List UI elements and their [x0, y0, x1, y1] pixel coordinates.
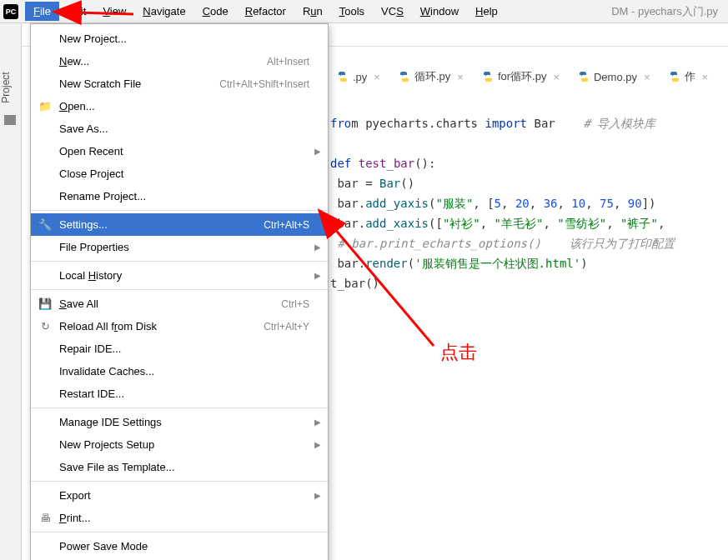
menu-item-close-project[interactable]: Close Project — [31, 162, 328, 185]
menu-item-label: Open Recent — [59, 145, 309, 158]
menu-item-local-history[interactable]: Local History▶ — [31, 264, 328, 287]
close-icon[interactable]: × — [553, 71, 560, 83]
tab-label: for循环.py — [498, 69, 547, 84]
tab-label: .py — [353, 71, 367, 83]
tab-label: 循环.py — [414, 69, 450, 84]
menu-item-label: Rename Project... — [59, 190, 309, 202]
editor-tab[interactable]: .py× — [330, 67, 387, 88]
menu-item-label: Restart IDE... — [59, 388, 309, 400]
close-icon[interactable]: × — [702, 71, 709, 83]
close-icon[interactable]: × — [644, 71, 650, 83]
menu-separator — [31, 210, 328, 211]
menu-item-label: Power Save Mode — [59, 540, 309, 552]
python-file-icon — [482, 71, 494, 82]
wrench-icon: 🔧 — [38, 218, 52, 231]
python-file-icon — [669, 71, 680, 82]
menu-item-restart-ide[interactable]: Restart IDE... — [31, 382, 328, 405]
menu-item-shortcut: Ctrl+Alt+Shift+Insert — [219, 78, 309, 90]
chevron-right-icon: ▶ — [314, 418, 321, 427]
menu-item-new-scratch-file[interactable]: New Scratch FileCtrl+Alt+Shift+Insert — [31, 72, 328, 95]
menu-item-label: Invalidate Caches... — [59, 365, 309, 378]
menu-item-rename-project[interactable]: Rename Project... — [31, 185, 328, 208]
menu-item-new[interactable]: New...Alt+Insert — [31, 50, 328, 72]
menu-item-save-file-as-template[interactable]: Save File as Template... — [31, 456, 328, 478]
menu-item-open[interactable]: 📁Open... — [31, 95, 328, 118]
python-file-icon — [399, 71, 410, 82]
menu-item-label: Save File as Template... — [59, 461, 309, 473]
menu-item-power-save-mode[interactable]: Power Save Mode — [31, 535, 328, 558]
python-file-icon — [578, 71, 590, 82]
menu-item-save-all[interactable]: 💾Save AllCtrl+S — [31, 292, 328, 315]
menu-tools[interactable]: Tools — [331, 2, 373, 21]
chevron-right-icon: ▶ — [314, 440, 321, 449]
menu-item-label: Settings... — [59, 218, 264, 231]
menu-item-shortcut: Ctrl+Alt+S — [264, 219, 309, 231]
editor-tabs: .py×循环.py×for循环.py×Demo.py×作× — [330, 67, 715, 88]
menu-item-invalidate-caches[interactable]: Invalidate Caches... — [31, 360, 328, 382]
menu-item-label: New... — [59, 55, 267, 68]
menu-help[interactable]: Help — [467, 2, 506, 21]
menu-item-label: Save All — [59, 298, 281, 310]
folder-icon: 📁 — [38, 100, 52, 112]
menu-item-manage-ide-settings[interactable]: Manage IDE Settings▶ — [31, 411, 328, 433]
menu-item-label: File Properties — [59, 241, 309, 253]
menu-item-reload-all-from-disk[interactable]: ↻Reload All from DiskCtrl+Alt+Y — [31, 315, 328, 338]
menu-item-file-properties[interactable]: File Properties▶ — [31, 236, 328, 258]
menu-edit[interactable]: Edit — [59, 2, 94, 21]
menu-item-save-as[interactable]: Save As... — [31, 118, 328, 140]
editor-tab[interactable]: Demo.py× — [571, 67, 657, 88]
window-title: DM - pyechars入门.py — [611, 4, 718, 19]
editor-tab[interactable]: 循环.py× — [392, 67, 470, 88]
menu-separator — [31, 261, 328, 262]
app-icon: PC — [3, 4, 18, 19]
menu-separator — [31, 408, 328, 408]
sidebar-project-tab[interactable]: Project — [0, 72, 12, 102]
menu-item-repair-ide[interactable]: Repair IDE... — [31, 338, 328, 360]
menu-separator — [31, 532, 328, 532]
menu-view[interactable]: View — [94, 2, 134, 21]
menu-item-label: Save As... — [59, 122, 309, 135]
menu-navigate[interactable]: Navigate — [134, 2, 193, 21]
menu-item-export[interactable]: Export▶ — [31, 484, 328, 507]
editor-tab[interactable]: for循环.py× — [475, 67, 566, 88]
menu-run[interactable]: Run — [294, 2, 331, 21]
menu-item-new-project[interactable]: New Project... — [31, 28, 328, 50]
menu-item-open-recent[interactable]: Open Recent▶ — [31, 140, 328, 162]
folder-icon — [4, 115, 16, 125]
menu-separator — [31, 481, 328, 482]
menu-item-label: New Project... — [59, 32, 309, 45]
menu-item-new-projects-setup[interactable]: New Projects Setup▶ — [31, 433, 328, 456]
python-file-icon — [337, 71, 349, 82]
close-icon[interactable]: × — [374, 71, 380, 83]
print-icon: 🖶 — [38, 512, 52, 524]
menu-item-label: Print... — [59, 512, 309, 524]
menu-refactor[interactable]: Refactor — [237, 2, 294, 21]
menubar: PC File Edit View Navigate Code Refactor… — [0, 0, 728, 23]
menu-item-shortcut: Ctrl+S — [281, 298, 309, 310]
menu-item-shortcut: Ctrl+Alt+Y — [264, 321, 309, 332]
file-menu-dropdown: New Project...New...Alt+InsertNew Scratc… — [30, 23, 329, 560]
editor-tab[interactable]: 作× — [662, 67, 715, 88]
menu-vcs[interactable]: VCS — [373, 2, 412, 21]
close-icon[interactable]: × — [457, 71, 464, 83]
tab-label: Demo.py — [594, 71, 637, 83]
menu-item-label: Reload All from Disk — [59, 320, 264, 332]
menu-item-label: Export — [59, 489, 309, 502]
menu-item-label: Repair IDE... — [59, 342, 309, 355]
sidebar: Project — [0, 23, 22, 560]
menu-item-label: Local History — [59, 269, 309, 282]
menu-separator — [31, 289, 328, 290]
code-editor[interactable]: from pyecharts.charts import Bar # 导入模块库… — [330, 93, 675, 293]
menu-file[interactable]: File — [25, 2, 59, 21]
menu-item-label: Close Project — [59, 168, 309, 180]
menu-item-print[interactable]: 🖶Print... — [31, 507, 328, 529]
menu-item-settings[interactable]: 🔧Settings...Ctrl+Alt+S — [31, 213, 328, 236]
chevron-right-icon: ▶ — [314, 242, 321, 252]
menu-code[interactable]: Code — [194, 2, 237, 21]
menu-item-label: Manage IDE Settings — [59, 416, 309, 428]
chevron-right-icon: ▶ — [314, 491, 321, 500]
menu-item-label: New Projects Setup — [59, 438, 309, 451]
menu-item-label: Open... — [59, 100, 309, 112]
menu-item-label: New Scratch File — [59, 78, 219, 90]
menu-window[interactable]: Window — [412, 2, 467, 21]
